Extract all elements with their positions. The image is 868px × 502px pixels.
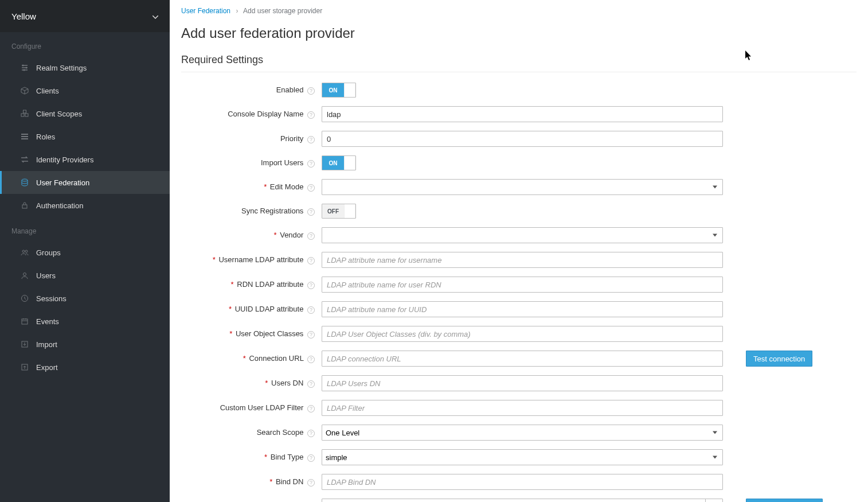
input-rdn-ldap[interactable] [322,277,723,293]
user-icon [20,271,29,279]
help-icon[interactable]: ? [307,282,315,289]
sidebar-section-configure: Configure [0,32,170,56]
toggle-sync-registrations[interactable]: ONOFF [322,204,356,219]
help-icon[interactable]: ? [307,184,315,192]
lock-icon [20,201,29,209]
sidebar-item-roles[interactable]: Roles [0,125,170,148]
help-icon[interactable]: ? [307,356,315,363]
input-bind-dn[interactable] [322,474,723,490]
test-authentication-button[interactable]: Test authentication [746,499,823,502]
help-icon[interactable]: ? [307,479,315,487]
sidebar-item-label: Sessions [36,294,67,303]
sidebar-item-label: Groups [36,248,61,257]
input-users-dn[interactable] [322,375,723,391]
sidebar-item-client-scopes[interactable]: Client Scopes [0,102,170,125]
svg-point-2 [24,69,25,71]
select-edit-mode[interactable] [322,179,723,195]
database-icon [20,178,29,186]
sidebar-item-label: Events [36,317,59,326]
svg-rect-3 [21,114,24,116]
sidebar: Yellow Configure Realm Settings Clients … [0,0,170,502]
sidebar-item-groups[interactable]: Groups [0,241,170,264]
help-icon[interactable]: ? [307,380,315,388]
label-user-object-classes: * User Object Classes ? [181,329,322,338]
sidebar-item-clients[interactable]: Clients [0,79,170,102]
cube-icon [20,87,29,95]
help-icon[interactable]: ? [307,306,315,314]
select-search-scope[interactable]: One Level [322,425,723,441]
label-rdn-ldap: * RDN LDAP attribute ? [181,280,322,289]
input-custom-filter[interactable] [322,400,723,416]
help-icon[interactable]: ? [307,111,315,119]
label-search-scope: Search Scope ? [181,428,322,437]
sliders-icon [20,64,29,72]
chevron-right-icon: › [236,7,238,15]
svg-point-9 [25,250,28,252]
svg-point-1 [26,67,28,69]
label-console-display-name: Console Display Name ? [181,110,322,118]
select-vendor[interactable] [322,227,723,243]
realm-selector[interactable]: Yellow [0,0,170,32]
page-title: Add user federation provider [181,25,857,41]
help-icon[interactable]: ? [307,136,315,143]
svg-rect-5 [24,110,26,113]
sidebar-item-label: Export [36,363,58,372]
main-content: User Federation › Add user storage provi… [170,0,868,502]
sidebar-item-label: Realm Settings [36,64,87,72]
export-icon [20,363,29,371]
help-icon[interactable]: ? [307,331,315,338]
help-icon[interactable]: ? [307,160,315,168]
toggle-import-users[interactable]: ONOFF [322,155,356,170]
sidebar-item-user-federation[interactable]: User Federation [0,171,170,194]
help-icon[interactable]: ? [307,232,315,240]
input-console-display-name[interactable] [322,106,723,122]
svg-point-6 [22,179,28,181]
import-icon [20,340,29,348]
label-connection-url: * Connection URL ? [181,354,322,363]
input-uuid-ldap[interactable] [322,301,723,317]
sidebar-item-realm-settings[interactable]: Realm Settings [0,56,170,79]
breadcrumb-current: Add user storage provider [243,7,322,15]
breadcrumb-parent[interactable]: User Federation [181,7,230,15]
help-icon[interactable]: ? [307,87,315,95]
realm-name: Yellow [11,11,36,21]
input-bind-credential[interactable] [322,499,723,502]
sidebar-item-events[interactable]: Events [0,310,170,333]
sidebar-item-label: Import [36,340,57,349]
label-bind-dn: * Bind DN ? [181,477,322,486]
svg-point-10 [24,273,26,276]
label-priority: Priority ? [181,134,322,143]
input-connection-url[interactable] [322,351,723,367]
input-username-ldap[interactable] [322,252,723,268]
help-icon[interactable]: ? [307,430,315,437]
sidebar-item-label: User Federation [36,178,89,187]
sidebar-item-export[interactable]: Export [0,356,170,379]
label-sync-registrations: Sync Registrations ? [181,207,322,215]
help-icon[interactable]: ? [307,405,315,413]
label-bind-type: * Bind Type ? [181,453,322,461]
sidebar-item-import[interactable]: Import [0,333,170,356]
calendar-icon [20,317,29,325]
label-username-ldap: * Username LDAP attribute ? [181,255,322,264]
label-uuid-ldap: * UUID LDAP attribute ? [181,305,322,313]
list-icon [20,133,29,141]
sidebar-item-label: Clients [36,87,59,95]
help-icon[interactable]: ? [307,454,315,462]
sidebar-item-sessions[interactable]: Sessions [0,287,170,310]
sidebar-item-label: Users [36,271,56,280]
test-connection-button[interactable]: Test connection [746,351,812,367]
help-icon[interactable]: ? [307,208,315,216]
sidebar-item-authentication[interactable]: Authentication [0,194,170,217]
help-icon[interactable]: ? [307,257,315,264]
input-priority[interactable] [322,131,723,147]
sidebar-item-label: Identity Providers [36,155,93,164]
input-user-object-classes[interactable] [322,326,723,342]
svg-rect-7 [22,205,27,208]
toggle-enabled[interactable]: ONOFF [322,83,356,98]
select-bind-type[interactable]: simple [322,449,723,465]
sidebar-item-users[interactable]: Users [0,264,170,287]
label-vendor: * Vendor ? [181,231,322,239]
show-password-button[interactable] [705,499,722,502]
sidebar-item-identity-providers[interactable]: Identity Providers [0,148,170,171]
svg-rect-12 [22,319,28,324]
